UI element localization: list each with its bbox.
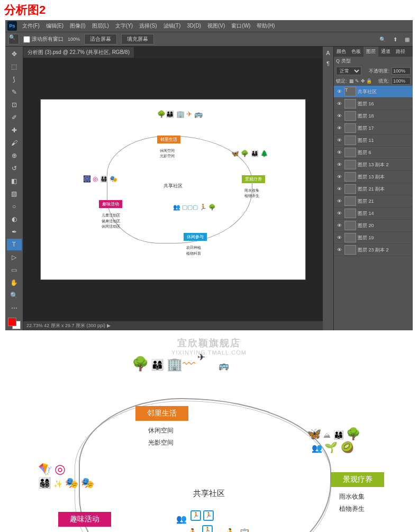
lasso-tool[interactable]: ⟆: [7, 74, 22, 85]
layer-row[interactable]: 👁图层 23 副本 2: [334, 244, 413, 256]
color-swatches[interactable]: [8, 318, 21, 329]
history-brush-tool[interactable]: ↺: [7, 163, 22, 174]
watermark-url: YIXINYING.TMALL.COM: [0, 349, 418, 356]
menu-item[interactable]: 图像(I): [67, 23, 88, 29]
visibility-icon[interactable]: 👁: [335, 223, 343, 228]
layer-row[interactable]: 👁图层 17: [334, 122, 413, 134]
fill-input[interactable]: [392, 77, 411, 85]
menu-item[interactable]: 3D(D): [184, 23, 204, 29]
layer-row[interactable]: 👁图层 16: [334, 98, 413, 110]
layer-name: 图层 18: [358, 113, 411, 120]
layer-row[interactable]: 👁图层 13 副本 2: [334, 159, 413, 171]
layer-row[interactable]: 👁图层 11: [334, 134, 413, 147]
lock-label: 锁定:: [336, 78, 347, 85]
blend-mode-select[interactable]: 正常: [336, 67, 361, 75]
path-select-tool[interactable]: ▷: [7, 251, 22, 263]
layer-name: 图层 20: [358, 222, 411, 229]
menu-item[interactable]: 编辑(E): [43, 23, 67, 29]
blur-tool[interactable]: ○: [7, 201, 22, 212]
paragraph-panel-icon[interactable]: ¶: [324, 59, 332, 68]
fill-screen-button[interactable]: 填充屏幕: [121, 34, 154, 44]
layer-row[interactable]: 👁图层 13 副本: [334, 171, 413, 183]
search-icon[interactable]: 🔍: [379, 37, 386, 42]
layer-thumb: [344, 148, 356, 157]
zoom-tool[interactable]: 🔍: [7, 290, 22, 301]
eraser-tool[interactable]: ◧: [7, 175, 22, 187]
visibility-icon[interactable]: 👁: [335, 174, 343, 179]
dodge-tool[interactable]: ◐: [7, 213, 22, 225]
visibility-icon[interactable]: 👁: [335, 162, 343, 167]
menu-bar: Ps 文件(F)编辑(E)图像(I)图层(L)文字(Y)选择(S)滤镜(T)3D…: [5, 20, 413, 32]
layer-row[interactable]: 👁图层 20: [334, 220, 413, 232]
blue-node: 休闲参与: [184, 233, 207, 241]
menu-item[interactable]: 文字(Y): [112, 23, 136, 29]
opacity-input[interactable]: [392, 67, 411, 75]
eyedropper-tool[interactable]: ✐: [7, 112, 22, 123]
panel-tab[interactable]: 路径: [393, 47, 408, 57]
orange-icons: 🌳👨‍👩‍👦 🏢 ✈ 🚌: [157, 110, 203, 118]
layer-name: 图层 13 副本: [358, 174, 411, 181]
menu-item[interactable]: 文件(F): [19, 23, 43, 29]
orange-subs: 休闲空间光影空间: [160, 148, 175, 159]
rectangle-tool[interactable]: ▭: [7, 264, 22, 276]
panel-tab[interactable]: 颜色: [334, 47, 349, 57]
menu-item[interactable]: 图层(L): [89, 23, 112, 29]
visibility-icon[interactable]: 👁: [335, 235, 343, 240]
visibility-icon[interactable]: 👁: [335, 89, 343, 94]
fit-screen-button[interactable]: 适合屏幕: [84, 34, 117, 44]
crop-tool[interactable]: ⊡: [7, 99, 22, 111]
panel-tab[interactable]: 通道: [378, 47, 393, 57]
magenta-icons: 🎆 ◎ 👨‍👩‍👧‍👦 🎭: [83, 175, 117, 183]
layer-row[interactable]: 👁图层 6: [334, 147, 413, 159]
menu-item[interactable]: 滤镜(T): [160, 23, 184, 29]
visibility-icon[interactable]: 👁: [335, 199, 343, 204]
visibility-icon[interactable]: 👁: [335, 125, 343, 131]
menu-item[interactable]: 选择(S): [136, 23, 160, 29]
layer-row[interactable]: 👁T共享社区: [334, 86, 413, 98]
panel-tab[interactable]: 图层: [364, 47, 378, 57]
layer-row[interactable]: 👁图层 14: [334, 208, 413, 220]
panel-tabs: 颜色色板图层通道路径: [334, 47, 413, 57]
menu-item[interactable]: 帮助(H): [253, 23, 278, 29]
scroll-all-checkbox[interactable]: 滚动所有窗口: [23, 35, 63, 43]
layer-row[interactable]: 👁图层 21 副本: [334, 183, 413, 195]
clone-tool[interactable]: ⊕: [7, 150, 22, 161]
menu-item[interactable]: 窗口(W): [228, 23, 253, 29]
move-tool[interactable]: ✥: [7, 48, 22, 60]
edit-toolbar[interactable]: ⋯: [7, 302, 22, 314]
visibility-icon[interactable]: 👁: [335, 247, 343, 253]
visibility-icon[interactable]: 👁: [335, 150, 343, 155]
visibility-icon[interactable]: 👁: [335, 211, 343, 216]
foreground-color[interactable]: [8, 318, 16, 326]
share-icon[interactable]: ⬆: [393, 37, 397, 42]
type-tool[interactable]: T: [7, 239, 22, 250]
pen-tool[interactable]: ✒: [7, 226, 22, 238]
visibility-icon[interactable]: 👁: [335, 138, 343, 143]
character-panel-icon[interactable]: A: [324, 49, 332, 57]
spot-heal-tool[interactable]: ✚: [7, 124, 22, 136]
layer-row[interactable]: 👁图层 19: [334, 232, 413, 244]
menu-item[interactable]: 视图(V): [204, 23, 228, 29]
document-tab[interactable]: 分析图 (3).psd @ 22.7% (共享社区, RGB/8): [23, 47, 134, 58]
kind-filter[interactable]: Q 类型: [336, 58, 351, 65]
lg-orange-subs: 休闲空间光影空间: [148, 425, 174, 449]
lock-icons[interactable]: ▦ ✎ ✥ 🔒: [349, 78, 372, 84]
layer-thumb: [344, 160, 356, 169]
gradient-tool[interactable]: ▨: [7, 188, 22, 200]
panel-tab[interactable]: 色板: [349, 47, 364, 57]
workspace-icon[interactable]: ▦: [405, 37, 410, 42]
hand-tool[interactable]: ✋: [7, 277, 22, 288]
layer-name: 图层 19: [358, 235, 411, 241]
layer-row[interactable]: 👁图层 21: [334, 195, 413, 208]
canvas[interactable]: 共享社区 🌳👨‍👩‍👦 🏢 ✈ 🚌 邻里生活 休闲空间光影空间 🦋 🌳 👨‍👩‍…: [23, 58, 323, 321]
quick-select-tool[interactable]: ✎: [7, 86, 22, 98]
visibility-icon[interactable]: 👁: [335, 186, 343, 192]
layers-panel: 👁T共享社区👁图层 16👁图层 18👁图层 17👁图层 11👁图层 6👁图层 1…: [334, 86, 413, 330]
visibility-icon[interactable]: 👁: [335, 113, 343, 119]
layer-row[interactable]: 👁图层 18: [334, 110, 413, 122]
layer-thumb: [344, 245, 356, 255]
marquee-tool[interactable]: ⬚: [7, 61, 22, 73]
brush-tool[interactable]: 🖌: [7, 137, 22, 149]
green-node: 景观疗养: [242, 175, 265, 183]
visibility-icon[interactable]: 👁: [335, 101, 343, 106]
